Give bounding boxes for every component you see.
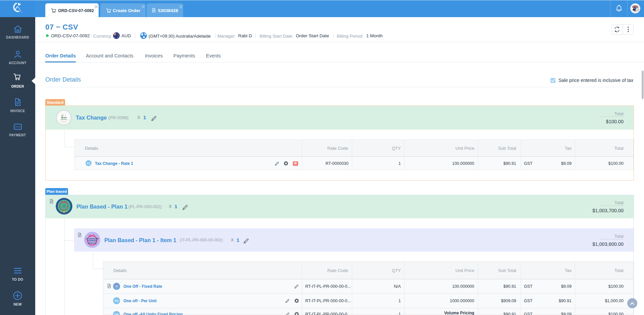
- svg-text:LEADERSHIP: LEADERSHIP: [86, 238, 99, 240]
- svg-text:SERVICE: SERVICE: [88, 242, 97, 244]
- svg-text:WMU: WMU: [61, 116, 67, 119]
- svg-text:SUPPORT: SUPPORT: [88, 240, 97, 242]
